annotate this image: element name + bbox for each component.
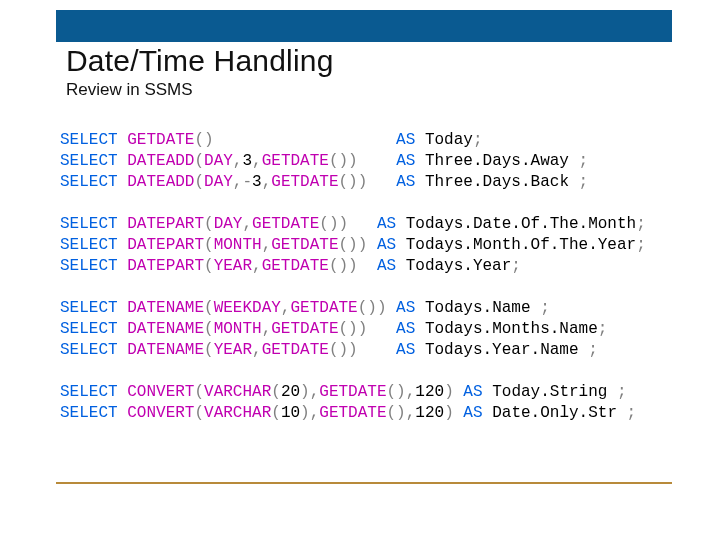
code-token: ( xyxy=(204,341,214,359)
code-token: GETDATE xyxy=(319,404,386,422)
header-band xyxy=(56,10,672,42)
code-token: ; xyxy=(579,152,589,170)
code-token: ; xyxy=(598,320,608,338)
code-token: DATEPART xyxy=(127,236,204,254)
code-token: SELECT xyxy=(60,173,127,191)
code-token: , xyxy=(252,257,262,275)
code-token xyxy=(358,341,396,359)
code-token xyxy=(214,131,396,149)
code-token: GETDATE xyxy=(290,299,357,317)
slide-subtitle: Review in SSMS xyxy=(66,80,193,100)
code-token: MONTH xyxy=(214,320,262,338)
code-token: SELECT xyxy=(60,320,127,338)
code-line: SELECT DATEPART(MONTH,GETDATE()) AS Toda… xyxy=(60,235,672,256)
code-token: YEAR xyxy=(214,257,252,275)
code-token: ()) xyxy=(358,299,387,317)
code-token: WEEKDAY xyxy=(214,299,281,317)
code-token: ; xyxy=(473,131,483,149)
code-token: MONTH xyxy=(214,236,262,254)
code-token: ) xyxy=(300,404,310,422)
code-line: SELECT CONVERT(VARCHAR(20),GETDATE(),120… xyxy=(60,382,672,403)
code-token: , xyxy=(242,215,252,233)
code-token: ()) xyxy=(338,236,367,254)
code-token: Today.String xyxy=(492,383,617,401)
code-token: Todays.Name xyxy=(425,299,540,317)
code-token: AS xyxy=(396,320,425,338)
code-token: Three.Days.Away xyxy=(425,152,579,170)
code-token: ( xyxy=(204,236,214,254)
code-token: SELECT xyxy=(60,257,127,275)
code-token: SELECT xyxy=(60,383,127,401)
code-token: GETDATE xyxy=(262,257,329,275)
code-token: ) xyxy=(444,404,454,422)
code-token: () xyxy=(387,383,406,401)
code-token: 10 xyxy=(281,404,300,422)
code-token xyxy=(387,299,397,317)
code-token: DAY xyxy=(214,215,243,233)
code-token: DATEPART xyxy=(127,215,204,233)
code-token: DATENAME xyxy=(127,299,204,317)
code-token: ( xyxy=(194,152,204,170)
code-token: ()) xyxy=(339,173,368,191)
code-token: , xyxy=(310,383,320,401)
code-token: 3 xyxy=(252,173,262,191)
code-token: ; xyxy=(627,404,637,422)
code-token: GETDATE xyxy=(271,320,338,338)
code-token: GETDATE xyxy=(319,383,386,401)
code-line: SELECT DATEADD(DAY,-3,GETDATE()) AS Thre… xyxy=(60,172,672,193)
code-token: ( xyxy=(271,404,281,422)
code-line xyxy=(60,193,672,214)
code-token: () xyxy=(387,404,406,422)
slide: Date/Time Handling Review in SSMS SELECT… xyxy=(0,0,720,540)
code-token: Three.Days.Back xyxy=(425,173,579,191)
code-token: , xyxy=(262,173,272,191)
code-token: SELECT xyxy=(60,404,127,422)
code-line xyxy=(60,361,672,382)
code-token: Today xyxy=(425,131,473,149)
code-token: VARCHAR xyxy=(204,383,271,401)
code-token: , xyxy=(252,152,262,170)
code-line: SELECT DATENAME(MONTH,GETDATE()) AS Toda… xyxy=(60,319,672,340)
code-token: AS xyxy=(396,152,425,170)
code-token: Date.Only.Str xyxy=(492,404,626,422)
code-token: SELECT xyxy=(60,236,127,254)
code-token: GETDATE xyxy=(252,215,319,233)
code-token: Todays.Year xyxy=(406,257,512,275)
code-line: SELECT DATEADD(DAY,3,GETDATE()) AS Three… xyxy=(60,151,672,172)
code-token: , xyxy=(262,236,272,254)
code-token: ) xyxy=(444,383,454,401)
code-token: ( xyxy=(194,383,204,401)
code-token: SELECT xyxy=(60,131,127,149)
code-token: ( xyxy=(271,383,281,401)
code-token: Todays.Year.Name xyxy=(425,341,588,359)
code-token: AS xyxy=(463,404,492,422)
code-token: ) xyxy=(300,383,310,401)
code-token: Todays.Month.Of.The.Year xyxy=(406,236,636,254)
code-token: ( xyxy=(194,404,204,422)
code-token: SELECT xyxy=(60,341,127,359)
code-token xyxy=(367,320,396,338)
code-token: ( xyxy=(204,320,214,338)
code-token: DATEADD xyxy=(127,173,194,191)
code-token: ; xyxy=(540,299,550,317)
code-token: - xyxy=(242,173,252,191)
code-token: , xyxy=(406,404,416,422)
code-token: DATENAME xyxy=(127,320,204,338)
code-token: ()) xyxy=(329,257,358,275)
code-token: 20 xyxy=(281,383,300,401)
code-token: ( xyxy=(204,299,214,317)
code-token: () xyxy=(194,131,213,149)
code-token: GETDATE xyxy=(262,152,329,170)
code-token: 120 xyxy=(415,383,444,401)
code-token: ()) xyxy=(329,341,358,359)
code-token: GETDATE xyxy=(262,341,329,359)
code-token: GETDATE xyxy=(127,131,194,149)
code-token xyxy=(358,257,377,275)
code-token: ; xyxy=(636,236,646,254)
code-token: SELECT xyxy=(60,215,127,233)
code-token: ( xyxy=(204,215,214,233)
code-token: ()) xyxy=(329,152,358,170)
code-token: ()) xyxy=(319,215,348,233)
code-block: SELECT GETDATE() AS Today;SELECT DATEADD… xyxy=(60,130,672,424)
code-token: DATEADD xyxy=(127,152,194,170)
